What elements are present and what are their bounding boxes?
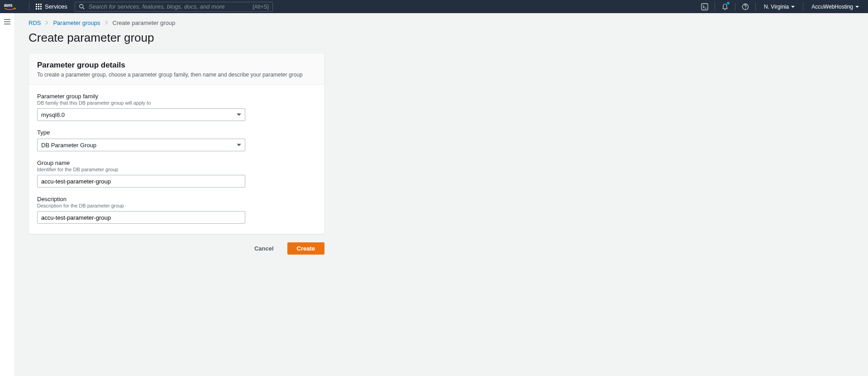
- services-label: Services: [45, 3, 67, 10]
- search-wrap: [Alt+S]: [75, 2, 273, 12]
- field-label: Description: [37, 196, 316, 202]
- notifications-button[interactable]: [718, 0, 732, 13]
- svg-rect-8: [38, 8, 39, 10]
- caret-down-icon: [855, 6, 859, 8]
- svg-rect-3: [40, 4, 42, 5]
- collapsed-sidebar: [0, 13, 15, 376]
- svg-rect-6: [40, 6, 42, 7]
- field-description: Description Description for the DB param…: [37, 196, 316, 224]
- breadcrumb-parent[interactable]: Parameter groups: [53, 19, 100, 26]
- svg-rect-5: [38, 6, 39, 7]
- description-input[interactable]: [37, 211, 245, 224]
- svg-point-10: [80, 4, 83, 8]
- caret-down-icon: [237, 144, 241, 146]
- field-hint: Identifier for the DB parameter group: [37, 167, 316, 172]
- nav-divider: [715, 3, 715, 11]
- field-label: Parameter group family: [37, 93, 316, 100]
- field-label: Group name: [37, 159, 316, 166]
- search-icon: [79, 4, 85, 10]
- services-grid-icon: [36, 4, 42, 10]
- type-select-value: DB Parameter Group: [41, 142, 96, 149]
- region-label: N. Virginia: [764, 4, 789, 10]
- svg-rect-7: [36, 8, 37, 10]
- aws-logo[interactable]: aws: [4, 2, 21, 12]
- content: RDS Parameter groups Create parameter gr…: [15, 13, 868, 376]
- nav-divider: [735, 3, 735, 11]
- search-shortcut: [Alt+S]: [253, 4, 269, 10]
- nav-divider: [755, 3, 756, 11]
- card-subtitle: To create a parameter group, choose a pa…: [37, 72, 316, 78]
- field-parameter-group-family: Parameter group family DB family that th…: [37, 93, 316, 121]
- breadcrumb: RDS Parameter groups Create parameter gr…: [29, 19, 854, 26]
- services-menu-button[interactable]: Services: [32, 0, 71, 13]
- svg-text:aws: aws: [4, 3, 13, 8]
- card-header: Parameter group details To create a para…: [29, 53, 324, 85]
- field-type: Type DB Parameter Group: [37, 129, 316, 151]
- cancel-button[interactable]: Cancel: [246, 242, 282, 255]
- page-title: Create parameter group: [29, 31, 854, 45]
- group-name-input[interactable]: [37, 175, 245, 188]
- svg-rect-2: [38, 4, 39, 5]
- card-title: Parameter group details: [37, 61, 316, 70]
- caret-down-icon: [237, 114, 241, 116]
- search-box[interactable]: [Alt+S]: [75, 2, 273, 12]
- action-row: Cancel Create: [29, 242, 324, 255]
- caret-down-icon: [791, 6, 795, 8]
- svg-rect-9: [40, 8, 42, 10]
- search-input[interactable]: [89, 3, 253, 10]
- cloudshell-button[interactable]: [697, 0, 712, 13]
- field-hint: DB family that this DB parameter group w…: [37, 100, 316, 106]
- svg-rect-1: [36, 4, 37, 5]
- region-selector[interactable]: N. Virginia: [758, 0, 800, 13]
- svg-line-11: [83, 7, 85, 9]
- family-select[interactable]: mysql8.0: [37, 108, 245, 121]
- field-hint: Description for the DB parameter group: [37, 203, 316, 208]
- nav-divider: [29, 3, 29, 11]
- account-selector[interactable]: AccuWebHosting: [806, 0, 864, 13]
- hamburger-icon[interactable]: [4, 19, 11, 25]
- main-area: RDS Parameter groups Create parameter gr…: [0, 13, 868, 376]
- top-nav: aws Services [Alt+S]: [0, 0, 868, 13]
- account-label: AccuWebHosting: [811, 4, 853, 10]
- breadcrumb-current: Create parameter group: [113, 19, 176, 26]
- nav-right: N. Virginia AccuWebHosting: [697, 0, 864, 13]
- nav-divider: [803, 3, 803, 11]
- create-button[interactable]: Create: [287, 242, 324, 255]
- card-body: Parameter group family DB family that th…: [29, 85, 324, 234]
- field-group-name: Group name Identifier for the DB paramet…: [37, 159, 316, 188]
- svg-rect-4: [36, 6, 37, 7]
- type-select[interactable]: DB Parameter Group: [37, 139, 245, 151]
- chevron-right-icon: [45, 19, 48, 26]
- family-select-value: mysql8.0: [41, 111, 65, 118]
- breadcrumb-root[interactable]: RDS: [29, 19, 41, 26]
- notification-dot-icon: [727, 2, 730, 5]
- help-button[interactable]: [738, 0, 753, 13]
- svg-rect-12: [701, 4, 708, 10]
- chevron-right-icon: [105, 19, 108, 26]
- field-label: Type: [37, 129, 316, 136]
- svg-point-15: [745, 8, 746, 9]
- parameter-group-card: Parameter group details To create a para…: [29, 53, 324, 234]
